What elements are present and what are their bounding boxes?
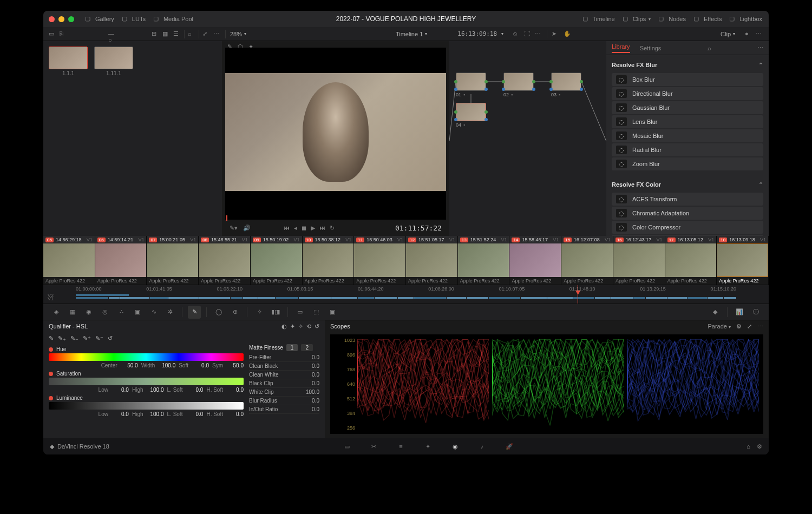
qual-add-icon[interactable]: ✦	[290, 323, 295, 330]
qualifier-overlay-icon[interactable]: ✎	[227, 43, 232, 44]
3d-icon[interactable]: ▣	[326, 306, 339, 319]
picker-soft-plus-icon[interactable]: ✎⁺	[83, 335, 91, 342]
warper-icon[interactable]: ✲	[163, 306, 176, 319]
fx-item[interactable]: ◌ACES Transform	[612, 193, 763, 206]
lum-lsoft[interactable]: 0.0	[186, 411, 203, 417]
gallery-button[interactable]: ▢Gallery	[85, 15, 114, 23]
window-minimize[interactable]	[58, 16, 64, 22]
blur-icon[interactable]: ▮◨	[269, 306, 282, 319]
fx-item[interactable]: ◌Directional Blur	[612, 87, 763, 100]
bypass-icon[interactable]: ⦸	[513, 30, 521, 38]
window-shape-icon[interactable]: ◯	[212, 306, 225, 319]
page-fusion-icon[interactable]: ✦	[422, 440, 434, 452]
luts-button[interactable]: ▢LUTs	[122, 15, 146, 23]
mini-timeline[interactable]: V2 V1 01:00:00:0001:01:41:0501:03:22:100…	[43, 285, 769, 304]
node-graph[interactable]: 01 ▪02 ▪03 ▪04 ▪	[449, 41, 606, 236]
node-01[interactable]: 01 ▪	[456, 73, 486, 97]
wand-icon[interactable]: ✦	[248, 43, 253, 44]
scopes-mode-dropdown[interactable]: Parade ▾	[708, 323, 731, 330]
fx-item[interactable]: ◌Lens Blur	[612, 115, 763, 128]
more-icon[interactable]: ⋯	[213, 30, 221, 38]
marker-icon[interactable]: ✎▾	[230, 225, 238, 232]
page-fairlight-icon[interactable]: ♪	[476, 440, 488, 452]
lum-hsoft[interactable]: 0.0	[226, 411, 244, 417]
goto-first-icon[interactable]: ⏮	[284, 225, 290, 232]
stop-icon[interactable]: ◼	[302, 225, 306, 232]
sat-high[interactable]: 100.0	[147, 387, 164, 393]
picker-reset-icon[interactable]: ↺	[108, 335, 113, 342]
qual-picker-mode-icon[interactable]: ◐	[281, 323, 287, 330]
viewer-scrubber[interactable]	[225, 216, 446, 220]
qual-reset-icon[interactable]: ↺	[315, 323, 319, 330]
home-icon[interactable]: ⌂	[746, 443, 750, 450]
page-media-icon[interactable]: ▭	[341, 440, 353, 452]
play-icon[interactable]: ▶	[311, 225, 315, 232]
node-04[interactable]: 04 ▪	[456, 103, 486, 128]
clip-thumbnail[interactable]: 0715:00:21:05V1Apple ProRes 422	[147, 236, 199, 285]
matte-param-value[interactable]: 0.0	[312, 363, 319, 369]
fx-tab-library[interactable]: Library	[612, 43, 630, 53]
gallery-still[interactable]: 1.1.1	[49, 47, 88, 76]
node-03[interactable]: 03 ▪	[551, 73, 581, 97]
picker-icon[interactable]: ✎	[49, 335, 54, 342]
camera-raw-icon[interactable]: ◈	[50, 306, 63, 319]
pointer-icon[interactable]: ➤	[552, 30, 559, 38]
scopes-settings-icon[interactable]: ⚙	[736, 323, 742, 330]
scopes-canvas[interactable]: 1023896768640512384256	[330, 334, 763, 434]
wheels-icon[interactable]: ◉	[82, 306, 95, 319]
hand-icon[interactable]: ✋	[564, 30, 571, 38]
export-still-icon[interactable]: ⎘	[60, 30, 67, 38]
luminance-slider[interactable]	[49, 402, 244, 410]
window-close[interactable]	[49, 16, 55, 22]
key-icon[interactable]: ▭	[293, 306, 306, 319]
rgb-mixer-icon[interactable]: ∴	[115, 306, 128, 319]
clip-thumbnail[interactable]: 1716:13:05:12V1Apple ProRes 422	[665, 236, 717, 285]
node-more-icon[interactable]: ⋯	[756, 30, 763, 38]
matte-tab-1[interactable]: 1	[286, 344, 298, 351]
node-02[interactable]: 02 ▪	[503, 73, 534, 97]
curves-icon[interactable]: ∿	[147, 306, 160, 319]
fx-item[interactable]: ◌Chromatic Adaptation	[612, 207, 763, 220]
window-maximize[interactable]	[68, 16, 74, 22]
lum-high[interactable]: 100.0	[147, 411, 164, 417]
record-icon[interactable]: ●	[745, 30, 752, 38]
matte-param-value[interactable]: 0.0	[312, 380, 319, 386]
timeline-dropdown[interactable]: Timeline 1 ▾	[396, 31, 427, 37]
scopes-toggle-icon[interactable]: 📊	[733, 306, 746, 319]
fullscreen-icon[interactable]: ⛶	[524, 30, 532, 38]
clip-thumbnail[interactable]: 1816:13:09:18V1Apple ProRes 422	[717, 236, 769, 285]
clip-thumbnail[interactable]: 0614:59:14:21V1Apple ProRes 422	[95, 236, 147, 285]
expand-icon[interactable]: ⤢	[202, 30, 210, 38]
search-icon[interactable]: ⌕	[188, 30, 195, 38]
matte-param-value[interactable]: 100.0	[306, 389, 319, 395]
picker-soft-minus-icon[interactable]: ✎⁻	[95, 335, 103, 342]
sat-hsoft[interactable]: 0.0	[226, 387, 244, 393]
hue-slider[interactable]	[49, 353, 244, 361]
viewer-zoom-dropdown[interactable]: 28% ▾	[230, 31, 246, 37]
fx-item[interactable]: ◌Box Blur	[612, 73, 763, 86]
scopes-more-icon[interactable]: ⋯	[757, 323, 763, 330]
effects-button[interactable]: ▢Effects	[693, 15, 722, 23]
fx-search-icon[interactable]: ⌕	[708, 45, 711, 51]
sizing-icon[interactable]: ⬚	[310, 306, 323, 319]
fx-tab-settings[interactable]: Settings	[640, 45, 662, 51]
list-icon[interactable]: ☰	[173, 30, 181, 38]
magic-mask-icon[interactable]: ✧	[253, 306, 266, 319]
nodes-button[interactable]: ▢Nodes	[658, 15, 686, 23]
fx-section-header[interactable]: Resolve FX Color⌃	[612, 178, 763, 192]
clip-thumbnail[interactable]: 1616:12:43:17V1Apple ProRes 422	[613, 236, 665, 285]
qual-sub-icon[interactable]: ✧	[298, 323, 303, 330]
page-edit-icon[interactable]: ≡	[395, 440, 407, 452]
tracking-icon[interactable]: ⊕	[228, 306, 241, 319]
clip-thumbnail[interactable]: 0815:48:55:21V1Apple ProRes 422	[199, 236, 251, 285]
record-timecode[interactable]: 16:13:09:18	[457, 30, 497, 37]
gallery-still[interactable]: 1.11.1	[94, 47, 133, 76]
clip-thumbnail[interactable]: 1415:58:46:17V1Apple ProRes 422	[509, 236, 561, 285]
openfx-overlay-icon[interactable]: ⬡	[238, 43, 243, 44]
matte-tab-2[interactable]: 2	[301, 344, 313, 351]
keyframe-icon[interactable]: ◆	[709, 306, 722, 319]
step-back-icon[interactable]: ◂	[294, 225, 297, 232]
mediapool-button[interactable]: ▢Media Pool	[153, 15, 193, 23]
layout-icon[interactable]: ▭	[49, 30, 56, 38]
clip-thumbnail[interactable]: 0915:50:19:02V1Apple ProRes 422	[251, 236, 303, 285]
